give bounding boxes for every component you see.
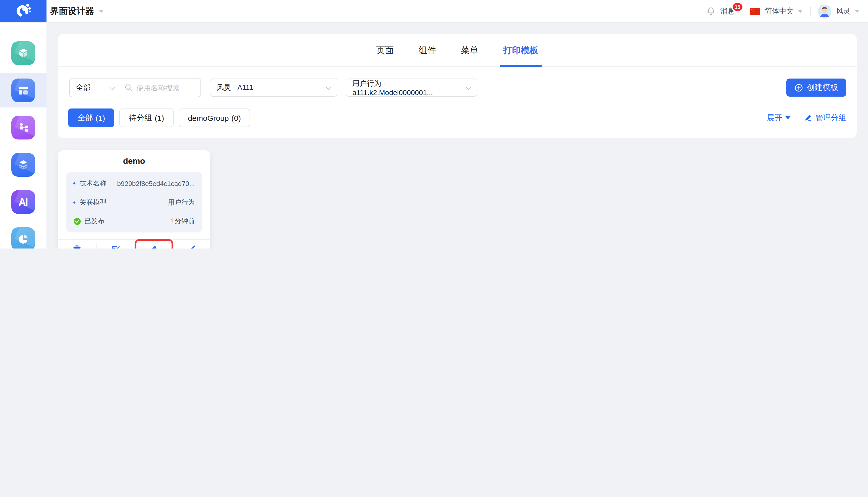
edit-button[interactable] — [134, 240, 172, 248]
copy-button[interactable] — [96, 240, 134, 248]
expand-label: 展开 — [767, 113, 782, 123]
create-template-label: 创建模板 — [807, 83, 838, 93]
main-panel: 页面 组件 菜单 打印模板 全部 — [58, 34, 857, 138]
meta-label: 技术名称 — [73, 179, 106, 188]
flag-icon — [750, 8, 760, 15]
group-tools: 展开 管理分组 — [767, 113, 846, 123]
search-icon — [125, 84, 132, 91]
check-circle-icon — [73, 217, 81, 225]
divider — [810, 7, 811, 15]
model-select[interactable]: 用户行为 - a111.k2.Model0000001... — [346, 79, 478, 97]
group-row: 全部 (1) 待分组 (1) demoGroup (0) 展开 — [68, 109, 846, 127]
sidebar-item-model[interactable] — [0, 36, 46, 70]
template-card[interactable]: demo 技术名称 b929b2f8e5ed4c1cad70... 关联模型 用… — [58, 150, 210, 248]
username: 风灵 — [836, 6, 851, 16]
app-logo[interactable] — [0, 0, 46, 22]
pie-chart-icon — [11, 227, 35, 248]
create-template-button[interactable]: 创建模板 — [786, 79, 846, 97]
tab-menus[interactable]: 菜单 — [461, 34, 479, 66]
sidebar-item-ai[interactable] — [0, 185, 46, 219]
tab-print-templates[interactable]: 打印模板 — [503, 34, 538, 66]
group-label: 待分组 — [129, 113, 152, 123]
meta-row-tech-name: 技术名称 b929b2f8e5ed4c1cad70... — [73, 179, 195, 188]
ai-icon — [11, 190, 35, 214]
avatar[interactable] — [818, 4, 831, 18]
interface-designer-app: 界面设计器 消息 15 — [0, 0, 868, 248]
group-tab-demogroup[interactable]: demoGroup (0) — [179, 109, 250, 127]
group-count: (1) — [96, 113, 105, 122]
status-badge: 已发布 — [73, 216, 104, 226]
chevron-down-icon — [109, 84, 115, 90]
topbar-right: 消息 15 简体中文 — [706, 0, 860, 22]
meta-row-status: 已发布 1分钟前 — [73, 216, 195, 226]
expand-link[interactable]: 展开 — [767, 113, 791, 123]
sidebar-items — [0, 22, 46, 248]
chevron-down-icon — [855, 10, 860, 13]
meta-label-text: 技术名称 — [80, 179, 106, 188]
tabs: 页面 组件 菜单 打印模板 — [58, 34, 857, 67]
search-box — [119, 79, 200, 97]
meta-row-model: 关联模型 用户行为 — [73, 198, 195, 207]
layout-icon — [11, 79, 35, 102]
edit-pencil-icon — [804, 114, 812, 122]
model-select-value: 用户行为 - a111.k2.Model0000001... — [352, 79, 467, 96]
delete-button[interactable] — [58, 240, 96, 248]
manage-groups-label: 管理分组 — [815, 113, 846, 123]
app-select-value: 风灵 - A111 — [216, 83, 253, 92]
group-label: 全部 — [77, 113, 93, 123]
sidebar-item-interface-designer[interactable] — [0, 73, 46, 108]
layers-icon — [11, 153, 35, 177]
search-input[interactable] — [136, 83, 195, 92]
template-card-actions — [58, 239, 210, 248]
template-card-meta: 技术名称 b929b2f8e5ed4c1cad70... 关联模型 用户行为 — [66, 172, 202, 232]
template-card-title: demo — [58, 150, 210, 172]
meta-label: 关联模型 — [73, 198, 106, 207]
chevron-down-icon — [466, 84, 472, 90]
status-time: 1分钟前 — [104, 216, 195, 226]
topbar: 界面设计器 消息 15 — [0, 0, 868, 23]
cube-icon — [11, 41, 35, 65]
search-input-group: 全部 — [69, 78, 201, 97]
sidebar — [0, 22, 47, 248]
sidebar-item-flow[interactable] — [0, 111, 46, 145]
tab-pages[interactable]: 页面 — [376, 34, 394, 66]
bullet-dot-icon — [73, 182, 75, 184]
flow-icon — [11, 116, 35, 140]
logo-icon — [14, 1, 32, 21]
brush-icon — [186, 245, 196, 248]
style-button[interactable] — [172, 240, 211, 248]
group-tab-all[interactable]: 全部 (1) — [68, 109, 114, 127]
language-label: 简体中文 — [765, 6, 794, 16]
chevron-down-icon — [798, 10, 803, 13]
bullet-dot-icon — [73, 201, 75, 203]
tab-components[interactable]: 组件 — [418, 34, 436, 66]
sidebar-item-layers[interactable] — [0, 148, 46, 182]
group-count: (0) — [231, 113, 241, 122]
scope-select[interactable]: 全部 — [70, 79, 119, 97]
app-title-text: 界面设计器 — [50, 5, 94, 17]
group-label: demoGroup — [188, 113, 229, 122]
group-tab-ungrouped[interactable]: 待分组 (1) — [119, 109, 174, 127]
scope-select-value: 全部 — [76, 83, 90, 92]
trash-icon — [72, 245, 82, 248]
plus-circle-icon — [795, 83, 803, 92]
messages-badge: 15 — [731, 2, 743, 12]
sidebar-item-chart[interactable] — [0, 222, 46, 248]
meta-value: 用户行为 — [106, 198, 195, 207]
filter-row: 全部 风灵 - A111 用户行为 - — [69, 79, 846, 97]
app-title[interactable]: 界面设计器 — [50, 0, 104, 22]
meta-value: b929b2f8e5ed4c1cad70... — [106, 180, 195, 187]
document-icon — [110, 245, 119, 248]
messages-menu[interactable]: 消息 15 — [720, 6, 735, 16]
chevron-down-icon — [326, 84, 332, 90]
manage-groups-link[interactable]: 管理分组 — [804, 113, 846, 123]
language-select[interactable]: 简体中文 — [765, 6, 803, 16]
bell-icon[interactable] — [706, 6, 715, 16]
status-label-text: 已发布 — [84, 216, 104, 226]
edit-pencil-icon — [148, 244, 158, 248]
app-select[interactable]: 风灵 - A111 — [210, 79, 337, 97]
meta-label-text: 关联模型 — [80, 198, 106, 207]
chevron-down-icon — [99, 10, 104, 13]
group-count: (1) — [155, 113, 164, 122]
user-menu[interactable]: 风灵 — [836, 6, 860, 16]
